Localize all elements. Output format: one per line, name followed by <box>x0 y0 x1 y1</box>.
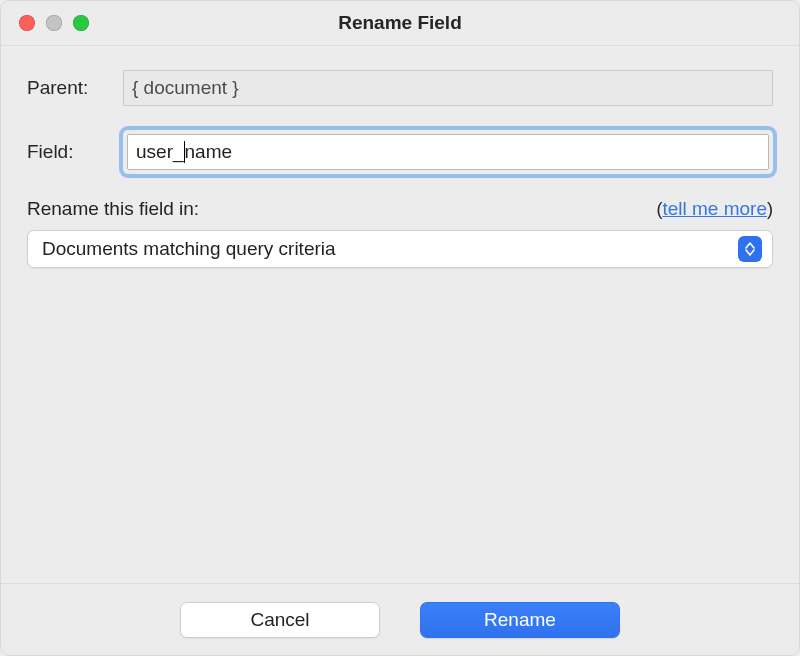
window-controls <box>1 15 89 31</box>
cancel-button[interactable]: Cancel <box>180 602 380 638</box>
parent-label: Parent: <box>27 77 107 99</box>
scope-row: Rename this field in: (tell me more) <box>27 198 773 220</box>
tell-me-more-wrap: (tell me more) <box>656 198 773 220</box>
dialog-footer: Cancel Rename <box>1 583 799 655</box>
field-label: Field: <box>27 141 107 163</box>
titlebar: Rename Field <box>1 1 799 46</box>
field-row: Field: user_name <box>27 130 773 174</box>
field-input-focus-ring: user_name <box>123 130 773 174</box>
field-input[interactable]: user_name <box>127 134 769 170</box>
scope-dropdown[interactable]: Documents matching query criteria <box>27 230 773 268</box>
window-title: Rename Field <box>1 12 799 34</box>
paren-close: ) <box>767 199 773 219</box>
minimize-icon[interactable] <box>46 15 62 31</box>
field-input-text-after: name <box>185 135 233 169</box>
field-input-text-before: user_ <box>136 135 184 169</box>
scope-dropdown-value: Documents matching query criteria <box>42 238 738 260</box>
tell-me-more-link[interactable]: tell me more <box>662 198 767 219</box>
updown-icon <box>738 236 762 262</box>
maximize-icon[interactable] <box>73 15 89 31</box>
rename-button[interactable]: Rename <box>420 602 620 638</box>
scope-label: Rename this field in: <box>27 198 199 220</box>
parent-value: { document } <box>123 70 773 106</box>
dialog-content: Parent: { document } Field: user_name Re… <box>1 46 799 583</box>
close-icon[interactable] <box>19 15 35 31</box>
parent-row: Parent: { document } <box>27 70 773 106</box>
